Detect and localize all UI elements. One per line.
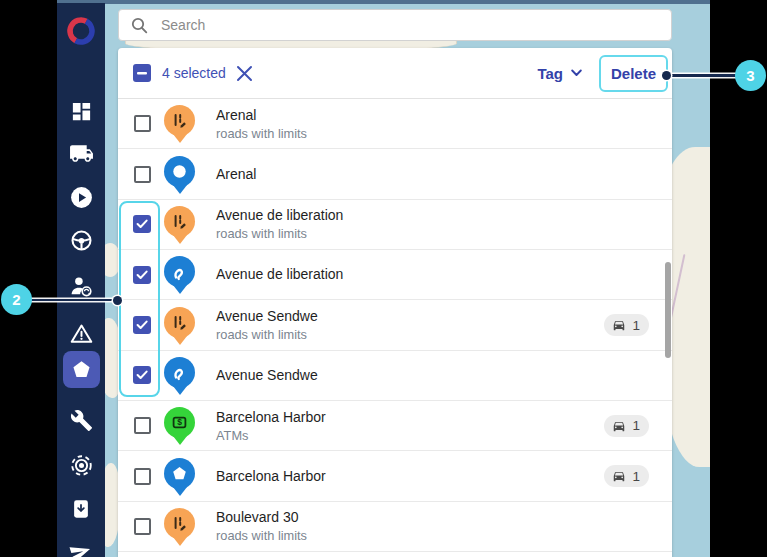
dashboard-icon bbox=[70, 100, 93, 123]
geofence-tags: roads with limits bbox=[216, 126, 307, 141]
geofence-title: Avenue de liberation bbox=[216, 207, 343, 224]
list-item[interactable]: Avenue Sendwe bbox=[118, 351, 672, 401]
search-icon bbox=[131, 17, 148, 34]
delete-button[interactable]: Delete bbox=[599, 55, 668, 92]
maintenance-icon bbox=[70, 409, 93, 432]
geofence-tags: roads with limits bbox=[216, 327, 318, 342]
geofence-tags: ATMs bbox=[216, 428, 326, 443]
car-icon bbox=[611, 469, 627, 483]
select-all-checkbox-indeterminate[interactable] bbox=[133, 64, 151, 82]
fleet-icon bbox=[69, 141, 94, 166]
callout-2-line bbox=[29, 299, 115, 302]
list-scrollbar[interactable] bbox=[665, 262, 671, 358]
callout-3-line bbox=[666, 74, 737, 77]
map-top-edge bbox=[57, 0, 710, 4]
circle-blue-pin-icon bbox=[164, 156, 195, 187]
sidebar-item-playback[interactable] bbox=[63, 179, 100, 216]
roads-orange-pin-icon bbox=[164, 508, 195, 539]
drivers-icon bbox=[69, 274, 94, 299]
callout-2-badge: 2 bbox=[1, 284, 32, 315]
callout-3-badge: 3 bbox=[735, 60, 766, 91]
list-item[interactable]: Avenue de liberation bbox=[118, 250, 672, 300]
svg-text:$: $ bbox=[177, 418, 182, 428]
tag-button-label: Tag bbox=[537, 65, 563, 82]
roads-orange-pin-icon bbox=[164, 307, 195, 338]
geofence-title: Barcelona Harbor bbox=[216, 409, 326, 426]
sidebar bbox=[57, 3, 105, 557]
geofence-title: Barcelona Harbor bbox=[216, 468, 326, 485]
geofence-tags: roads with limits bbox=[216, 226, 343, 241]
sidebar-item-reports[interactable] bbox=[63, 490, 100, 527]
geofence-title: Arenal bbox=[216, 166, 256, 183]
row-checkbox-checked[interactable] bbox=[133, 215, 151, 233]
search-input[interactable] bbox=[159, 16, 659, 34]
vehicle-count-badge: 1 bbox=[604, 465, 649, 487]
send-icon bbox=[69, 540, 93, 557]
list-item[interactable]: Barcelona Harbor1 bbox=[118, 451, 672, 501]
sidebar-item-tracking[interactable] bbox=[63, 447, 100, 484]
list-item[interactable]: $Barcelona HarborATMs1 bbox=[118, 401, 672, 451]
row-checkbox[interactable] bbox=[134, 468, 151, 485]
pentagon-blue-pin-icon bbox=[164, 458, 195, 489]
vehicle-count: 1 bbox=[632, 318, 640, 333]
geofence-list: Arenalroads with limitsArenalAvenue de l… bbox=[118, 99, 672, 557]
sidebar-item-alerts[interactable] bbox=[63, 315, 100, 352]
car-icon bbox=[611, 318, 627, 332]
driving-behavior-icon bbox=[69, 228, 94, 253]
sidebar-item-send[interactable] bbox=[63, 533, 100, 557]
row-checkbox[interactable] bbox=[134, 115, 151, 132]
close-icon[interactable] bbox=[236, 65, 253, 82]
row-checkbox[interactable] bbox=[134, 166, 151, 183]
sidebar-item-maintenance[interactable] bbox=[63, 402, 100, 439]
tag-button[interactable]: Tag bbox=[535, 59, 584, 88]
roads-orange-pin-icon bbox=[164, 105, 195, 136]
route-blue-pin-icon bbox=[164, 357, 195, 388]
roads-orange-pin-icon bbox=[164, 206, 195, 237]
geofence-title: Avenue Sendwe bbox=[216, 367, 318, 384]
vehicle-count: 1 bbox=[632, 418, 640, 433]
geofence-tags: roads with limits bbox=[216, 528, 307, 543]
callout-3-dot bbox=[662, 71, 671, 80]
vehicle-count-badge: 1 bbox=[604, 415, 649, 437]
list-item[interactable]: Avenue Sendweroads with limits1 bbox=[118, 300, 672, 350]
row-checkbox-checked[interactable] bbox=[133, 316, 151, 334]
geofence-list-panel: 4 selected Tag Delete Arenalroads with l… bbox=[118, 48, 672, 557]
geofence-title: Avenue Sendwe bbox=[216, 308, 318, 325]
sidebar-item-dashboard[interactable] bbox=[63, 93, 100, 130]
sidebar-item-geofences[interactable] bbox=[63, 351, 100, 388]
atm-green-pin-icon: $ bbox=[164, 407, 195, 438]
search-bar[interactable] bbox=[118, 9, 672, 41]
list-item[interactable]: Arenalroads with limits bbox=[118, 99, 672, 149]
route-blue-pin-icon bbox=[164, 256, 195, 287]
alerts-icon bbox=[69, 321, 94, 346]
selected-count-label: 4 selected bbox=[162, 65, 226, 81]
list-item[interactable]: Boulevard 30roads with limits bbox=[118, 502, 672, 552]
row-checkbox[interactable] bbox=[134, 417, 151, 434]
callout-2-dot bbox=[113, 296, 122, 305]
geofences-icon bbox=[70, 358, 93, 381]
brand-logo[interactable] bbox=[62, 13, 100, 51]
chevron-down-icon bbox=[571, 69, 582, 77]
row-checkbox-checked[interactable] bbox=[133, 366, 151, 384]
sidebar-item-driving-behavior[interactable] bbox=[63, 222, 100, 259]
playback-icon bbox=[69, 185, 94, 210]
geofence-title: Avenue de liberation bbox=[216, 266, 343, 283]
vehicle-count: 1 bbox=[632, 469, 640, 484]
sidebar-item-fleet[interactable] bbox=[63, 135, 100, 172]
car-icon bbox=[611, 419, 627, 433]
geofence-title: Boulevard 30 bbox=[216, 509, 307, 526]
row-checkbox-checked[interactable] bbox=[133, 266, 151, 284]
app-window: 4 selected Tag Delete Arenalroads with l… bbox=[0, 0, 767, 557]
list-item[interactable]: Avenue de liberationroads with limits bbox=[118, 200, 672, 250]
geofence-title: Arenal bbox=[216, 107, 307, 124]
row-checkbox[interactable] bbox=[134, 518, 151, 535]
list-item-partial[interactable] bbox=[118, 552, 672, 557]
vehicle-count-badge: 1 bbox=[604, 314, 649, 336]
selection-toolbar: 4 selected Tag Delete bbox=[118, 48, 672, 99]
list-item[interactable]: Arenal bbox=[118, 149, 672, 199]
tracking-icon bbox=[69, 453, 94, 478]
reports-icon bbox=[70, 498, 92, 520]
